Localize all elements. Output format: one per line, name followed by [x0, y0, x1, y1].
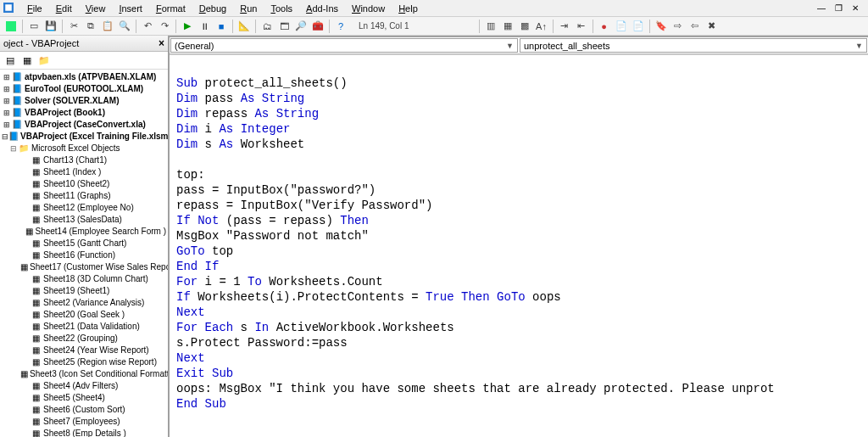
- tree-item[interactable]: ▦Sheet15 (Gantt Chart): [0, 238, 168, 249]
- menu-file[interactable]: File: [20, 2, 49, 15]
- tree-item[interactable]: ▦Sheet13 (SalesData): [0, 214, 168, 226]
- tree-item[interactable]: ⊟📁Microsoft Excel Objects: [0, 143, 168, 154]
- minimize-button[interactable]: —: [815, 3, 827, 13]
- tree-expand-icon[interactable]: ⊞: [2, 119, 11, 131]
- project-tree[interactable]: ⊞📘atpvbaen.xls (ATPVBAEN.XLAM)⊞📘EuroTool…: [0, 70, 168, 437]
- menu-edit[interactable]: Edit: [49, 2, 79, 15]
- code-editor[interactable]: Sub protect_all_sheets()Dim pass As Stri…: [170, 54, 868, 437]
- view-object-icon[interactable]: ▦: [20, 53, 34, 67]
- tree-item[interactable]: ⊞📘atpvbaen.xls (ATPVBAEN.XLAM): [0, 71, 168, 83]
- uncomment-icon[interactable]: 📄: [631, 19, 646, 34]
- insert-module-icon[interactable]: ▭: [26, 19, 42, 34]
- properties-icon[interactable]: 🗔: [276, 19, 292, 34]
- run-icon[interactable]: ▶: [180, 19, 195, 34]
- tree-item[interactable]: ▦Chart13 (Chart1): [0, 154, 168, 166]
- restore-button[interactable]: ❐: [832, 3, 844, 13]
- menu-tools[interactable]: Tools: [264, 2, 299, 15]
- tree-item[interactable]: ▦Sheet4 (Adv Filters): [0, 380, 168, 392]
- panel-close-button[interactable]: ×: [159, 37, 164, 49]
- tree-item[interactable]: ▦Sheet6 (Custom Sort): [0, 404, 168, 416]
- cut-icon[interactable]: ✂: [66, 19, 81, 34]
- tb-icon-3[interactable]: ▩: [517, 19, 532, 34]
- view-code-icon[interactable]: ▤: [3, 53, 17, 67]
- sheet-icon: ▦: [30, 166, 42, 178]
- reset-icon[interactable]: ■: [214, 19, 229, 34]
- close-button[interactable]: ✕: [849, 3, 861, 13]
- break-icon[interactable]: ⏸: [197, 19, 212, 34]
- redo-icon[interactable]: ↷: [157, 19, 172, 34]
- menu-format[interactable]: Format: [149, 2, 192, 15]
- tree-item[interactable]: ▦Sheet17 (Customer Wise Sales Report: [0, 261, 168, 273]
- menu-add-ins[interactable]: Add-Ins: [299, 2, 345, 15]
- tree-expand-icon[interactable]: ⊟: [2, 131, 8, 143]
- tb-icon-2[interactable]: ▦: [500, 19, 515, 34]
- tree-item[interactable]: ⊟📘VBAProject (Excel Training File.xlsm): [0, 131, 168, 143]
- save-icon[interactable]: 💾: [43, 19, 58, 34]
- menu-insert[interactable]: Insert: [112, 2, 149, 15]
- tree-item[interactable]: ⊞📘Solver (SOLVER.XLAM): [0, 95, 168, 107]
- tree-item[interactable]: ▦Sheet1 (Index ): [0, 166, 168, 178]
- tree-item[interactable]: ▦Sheet2 (Variance Analysis): [0, 297, 168, 309]
- next-bookmark-icon[interactable]: ⇨: [670, 19, 686, 34]
- find-icon[interactable]: 🔍: [117, 19, 132, 34]
- clear-bookmarks-icon[interactable]: ✖: [704, 19, 720, 34]
- code-line: top:: [176, 167, 861, 182]
- tree-item[interactable]: ▦Sheet16 (Function): [0, 249, 168, 261]
- menu-help[interactable]: Help: [392, 2, 425, 15]
- code-line: MsgBox "Password not match": [176, 228, 861, 244]
- tree-item[interactable]: ▦Sheet3 (Icon Set Conditional Formattin: [0, 368, 168, 380]
- tb-icon-4[interactable]: A↑: [534, 19, 549, 34]
- tree-item[interactable]: ▦Sheet25 (Region wise Report): [0, 356, 168, 368]
- help-icon[interactable]: ?: [333, 19, 348, 34]
- design-mode-icon[interactable]: 📐: [236, 19, 252, 34]
- tree-item[interactable]: ▦Sheet20 (Goal Seek ): [0, 309, 168, 321]
- menu-run[interactable]: Run: [233, 2, 264, 15]
- panel-title: oject - VBAProject: [3, 38, 79, 48]
- tree-label: Sheet21 (Data Validation): [43, 321, 140, 333]
- tree-item[interactable]: ▦Sheet21 (Data Validation): [0, 321, 168, 333]
- menu-view[interactable]: View: [79, 2, 113, 15]
- tb-icon-1[interactable]: ▥: [483, 19, 498, 34]
- code-line: End If: [176, 259, 861, 274]
- comment-icon[interactable]: 📄: [614, 19, 629, 34]
- tree-expand-icon[interactable]: ⊞: [2, 95, 11, 107]
- tree-item[interactable]: ⊞📘VBAProject (CaseConvert.xla): [0, 119, 168, 131]
- breakpoint-icon[interactable]: ●: [597, 19, 612, 34]
- tree-item[interactable]: ▦Sheet14 (Employee Search Form ): [0, 226, 168, 238]
- tree-item[interactable]: ⊞📘VBAProject (Book1): [0, 107, 168, 119]
- copy-icon[interactable]: ⧉: [83, 19, 98, 34]
- tree-item[interactable]: ▦Sheet12 (Employee No): [0, 202, 168, 214]
- tree-item[interactable]: ⊞📘EuroTool (EUROTOOL.XLAM): [0, 83, 168, 95]
- indent-icon[interactable]: ⇥: [557, 19, 572, 34]
- tree-expand-icon[interactable]: ⊞: [2, 83, 11, 95]
- view-excel-icon[interactable]: [3, 19, 19, 34]
- prev-bookmark-icon[interactable]: ⇦: [687, 19, 703, 34]
- menu-debug[interactable]: Debug: [192, 2, 233, 15]
- bookmark-icon[interactable]: 🔖: [654, 19, 669, 34]
- tree-expand-icon[interactable]: ⊞: [2, 71, 11, 83]
- procedure-combo[interactable]: unprotect_all_sheets ▼: [520, 38, 867, 53]
- tree-expand-icon[interactable]: ⊟: [8, 143, 18, 154]
- tree-item[interactable]: ▦Sheet8 (Emp Details ): [0, 428, 168, 437]
- object-browser-icon[interactable]: 🔎: [293, 19, 309, 34]
- undo-icon[interactable]: ↶: [140, 19, 155, 34]
- outdent-icon[interactable]: ⇤: [574, 19, 589, 34]
- toggle-folders-icon[interactable]: 📁: [37, 53, 51, 67]
- project-explorer: oject - VBAProject × ▤ ▦ 📁 ⊞📘atpvbaen.xl…: [0, 36, 170, 437]
- menu-window[interactable]: Window: [345, 2, 392, 15]
- tree-item[interactable]: ▦Sheet24 (Year Wise Report): [0, 345, 168, 356]
- panel-toolbar: ▤ ▦ 📁: [0, 52, 168, 70]
- tree-expand-icon[interactable]: ⊞: [2, 107, 11, 119]
- object-combo[interactable]: (General) ▼: [170, 38, 518, 53]
- tree-item[interactable]: ▦Sheet11 (Graphs): [0, 190, 168, 202]
- toolbox-icon[interactable]: 🧰: [310, 19, 326, 34]
- project-explorer-icon[interactable]: 🗂: [259, 19, 275, 34]
- tree-item[interactable]: ▦Sheet7 (Employees): [0, 416, 168, 428]
- tree-item[interactable]: ▦Sheet10 (Sheet2): [0, 178, 168, 190]
- tree-item[interactable]: ▦Sheet18 (3D Column Chart): [0, 273, 168, 285]
- tree-item[interactable]: ▦Sheet22 (Grouping): [0, 333, 168, 345]
- tree-item[interactable]: ▦Sheet19 (Sheet1): [0, 285, 168, 297]
- paste-icon[interactable]: 📋: [100, 19, 115, 34]
- tree-item[interactable]: ▦Sheet5 (Sheet4): [0, 392, 168, 404]
- sheet-icon: ▦: [30, 178, 42, 190]
